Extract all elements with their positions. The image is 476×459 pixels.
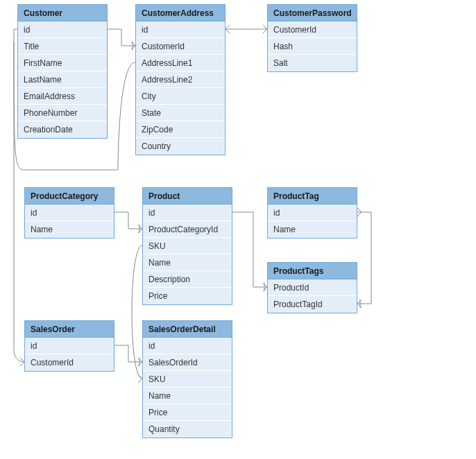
entity-customer-address[interactable]: CustomerAddress id CustomerId AddressLin… (135, 4, 226, 155)
field-id: id (136, 21, 225, 38)
field-name: Name (25, 221, 114, 238)
field-id: id (25, 205, 114, 221)
field-creationdate: CreationDate (18, 121, 107, 138)
field-customerid: CustomerId (25, 354, 114, 371)
entity-header: Customer (18, 5, 107, 21)
field-country: Country (136, 138, 225, 155)
entity-customer[interactable]: Customer id Title FirstName LastName Ema… (17, 4, 108, 139)
field-productid: ProductId (268, 279, 357, 296)
entity-product[interactable]: Product id ProductCategoryId SKU Name De… (142, 187, 232, 305)
field-name: Name (143, 388, 232, 404)
field-city: City (136, 88, 225, 105)
field-customerid: CustomerId (268, 21, 357, 38)
entity-header: SalesOrderDetail (143, 321, 232, 338)
entity-product-tags[interactable]: ProductTags ProductId ProductTagId (267, 262, 357, 313)
field-email: EmailAddress (18, 88, 107, 105)
field-id: id (143, 205, 232, 221)
entity-header: ProductCategory (25, 188, 114, 205)
entity-header: SalesOrder (25, 321, 114, 338)
entity-sales-order[interactable]: SalesOrder id CustomerId (24, 320, 114, 372)
field-state: State (136, 105, 225, 121)
field-quantity: Quantity (143, 421, 232, 438)
field-title: Title (18, 38, 107, 55)
field-lastname: LastName (18, 71, 107, 88)
field-id: id (18, 21, 107, 38)
entity-header: CustomerPassword (268, 5, 357, 21)
field-sku: SKU (143, 238, 232, 254)
field-id: id (268, 205, 357, 221)
field-price: Price (143, 404, 232, 421)
entity-sales-order-detail[interactable]: SalesOrderDetail id SalesOrderId SKU Nam… (142, 320, 232, 438)
entity-product-tag[interactable]: ProductTag id Name (267, 187, 357, 239)
field-zipcode: ZipCode (136, 121, 225, 138)
field-productcategoryid: ProductCategoryId (143, 221, 232, 238)
field-firstname: FirstName (18, 55, 107, 71)
entity-header: ProductTag (268, 188, 357, 205)
field-addressline2: AddressLine2 (136, 71, 225, 88)
field-phone: PhoneNumber (18, 105, 107, 121)
field-hash: Hash (268, 38, 357, 55)
field-sku: SKU (143, 371, 232, 388)
entity-customer-password[interactable]: CustomerPassword CustomerId Hash Salt (267, 4, 357, 72)
entity-product-category[interactable]: ProductCategory id Name (24, 187, 114, 239)
field-id: id (25, 338, 114, 354)
field-producttagid: ProductTagId (268, 296, 357, 313)
field-description: Description (143, 271, 232, 288)
field-name: Name (143, 254, 232, 271)
entity-header: ProductTags (268, 263, 357, 279)
entity-header: Product (143, 188, 232, 205)
entity-header: CustomerAddress (136, 5, 225, 21)
field-id: id (143, 338, 232, 354)
field-name: Name (268, 221, 357, 238)
field-price: Price (143, 288, 232, 304)
field-addressline1: AddressLine1 (136, 55, 225, 71)
field-customerid: CustomerId (136, 38, 225, 55)
field-salesorderid: SalesOrderId (143, 354, 232, 371)
field-salt: Salt (268, 55, 357, 71)
